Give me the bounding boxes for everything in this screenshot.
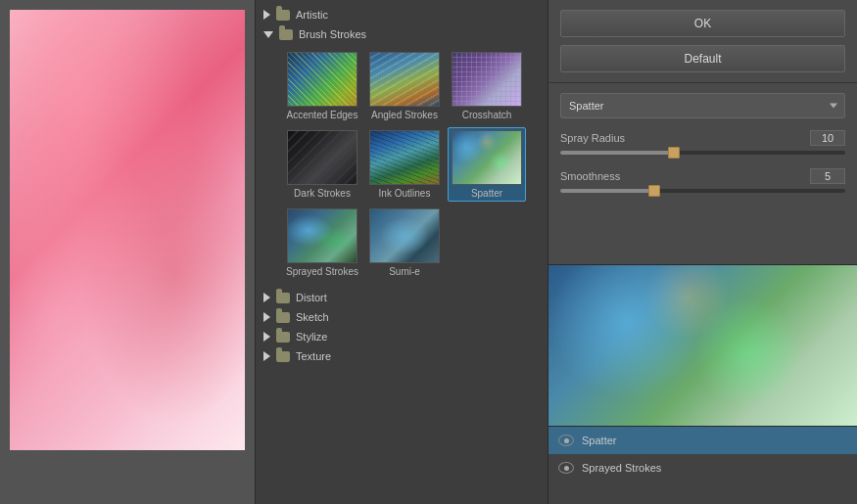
smoothness-fill <box>560 189 654 193</box>
triangle-right-texture-icon <box>263 351 270 361</box>
folder-icon-stylize <box>276 332 290 343</box>
filter-thumb-crosshatch[interactable]: Crosshatch <box>448 49 526 123</box>
thumb-img-crosshatch <box>452 52 522 107</box>
eye-icon-spatter[interactable] <box>558 435 574 446</box>
spray-radius-label: Spray Radius <box>560 132 625 144</box>
thumb-label-sprayed: Sprayed Strokes <box>286 266 358 277</box>
spray-radius-thumb[interactable] <box>668 147 680 159</box>
thumb-img-sumie <box>369 208 440 263</box>
thumb-img-dark <box>287 130 357 185</box>
smoothness-value: 5 <box>810 168 845 184</box>
layer-list: Spatter Sprayed Strokes <box>548 426 857 504</box>
filter-thumb-dark-strokes[interactable]: Dark Strokes <box>283 127 361 202</box>
thumb-label-accented: Accented Edges <box>287 110 358 120</box>
eye-icon-sprayed[interactable] <box>558 462 574 474</box>
eye-pupil-spatter <box>564 438 569 443</box>
category-artistic-label: Artistic <box>296 9 328 21</box>
filter-thumb-accented-edges[interactable]: Accented Edges <box>283 49 361 123</box>
category-texture[interactable]: Texture <box>256 346 548 366</box>
right-panel: OK Default Spatter Sprayed Strokes Accen… <box>548 0 857 504</box>
canvas-area <box>0 0 255 504</box>
spray-radius-param: Spray Radius 10 <box>560 130 845 155</box>
category-brush-strokes-label: Brush Strokes <box>299 28 366 40</box>
thumb-label-ink: Ink Outlines <box>379 188 431 199</box>
spray-radius-fill <box>560 151 674 155</box>
layer-item-sprayed[interactable]: Sprayed Strokes <box>548 454 857 481</box>
eye-pupil-sprayed <box>564 466 569 471</box>
thumb-img-sprayed <box>287 208 357 263</box>
category-brush-strokes[interactable]: Brush Strokes <box>256 24 548 44</box>
category-sketch[interactable]: Sketch <box>256 307 548 327</box>
filter-dropdown-row: Spatter Sprayed Strokes Accented Edges A… <box>560 93 845 118</box>
filter-thumb-ink-outlines[interactable]: Ink Outlines <box>365 127 444 202</box>
filter-dropdown[interactable]: Spatter Sprayed Strokes Accented Edges A… <box>560 93 845 118</box>
category-stylize[interactable]: Stylize <box>256 327 548 346</box>
preview-area <box>548 264 857 427</box>
layer-name-spatter: Spatter <box>582 435 616 446</box>
filter-panel: Artistic Brush Strokes Accented Edges An… <box>255 0 548 504</box>
folder-icon-distort <box>276 293 290 303</box>
thumb-label-sumie: Sumi-e <box>389 266 420 277</box>
canvas-image <box>10 10 245 450</box>
thumb-img-ink <box>369 130 440 185</box>
smoothness-thumb[interactable] <box>648 185 660 197</box>
smoothness-param: Smoothness 5 <box>560 168 845 193</box>
thumb-img-angled <box>369 52 440 107</box>
folder-icon-texture <box>276 351 290 362</box>
thumb-label-dark: Dark Strokes <box>294 188 351 199</box>
category-distort-label: Distort <box>296 292 327 303</box>
category-sketch-label: Sketch <box>296 311 329 323</box>
spray-radius-header: Spray Radius 10 <box>560 130 845 146</box>
triangle-right-stylize-icon <box>263 332 270 342</box>
category-distort[interactable]: Distort <box>256 288 548 307</box>
triangle-right-sketch-icon <box>263 312 270 322</box>
ok-button[interactable]: OK <box>560 10 845 37</box>
category-stylize-label: Stylize <box>296 331 327 343</box>
layer-name-sprayed: Sprayed Strokes <box>582 462 661 474</box>
category-artistic[interactable]: Artistic <box>256 5 548 24</box>
thumb-img-spatter <box>452 130 522 185</box>
brush-strokes-grid: Accented Edges Angled Strokes Crosshatch… <box>256 44 548 288</box>
smoothness-label: Smoothness <box>560 170 620 182</box>
thumb-label-crosshatch: Crosshatch <box>462 110 512 120</box>
triangle-right-distort-icon <box>263 293 270 302</box>
filter-thumb-sprayed-strokes[interactable]: Sprayed Strokes <box>283 206 361 280</box>
triangle-down-icon <box>263 31 273 38</box>
folder-icon-sketch <box>276 312 290 323</box>
default-button[interactable]: Default <box>560 45 845 72</box>
triangle-right-icon <box>263 10 270 20</box>
folder-icon <box>276 10 290 21</box>
smoothness-header: Smoothness 5 <box>560 168 845 184</box>
folder-icon-brush <box>279 29 293 40</box>
layer-item-spatter[interactable]: Spatter <box>548 427 857 454</box>
preview-image <box>548 265 857 427</box>
category-texture-label: Texture <box>296 350 331 362</box>
filter-controls: Spatter Sprayed Strokes Accented Edges A… <box>548 83 857 264</box>
filter-thumb-spatter[interactable]: Spatter <box>448 127 526 202</box>
filter-thumb-sumi-e[interactable]: Sumi-e <box>365 206 444 280</box>
thumb-label-spatter: Spatter <box>471 188 502 199</box>
thumb-img-accented <box>287 52 357 107</box>
right-top-buttons: OK Default <box>548 0 857 83</box>
spray-radius-value: 10 <box>810 130 845 146</box>
spray-radius-track[interactable] <box>560 151 845 155</box>
smoothness-track[interactable] <box>560 189 845 193</box>
thumb-label-angled: Angled Strokes <box>371 110 438 120</box>
filter-thumb-angled-strokes[interactable]: Angled Strokes <box>365 49 444 123</box>
